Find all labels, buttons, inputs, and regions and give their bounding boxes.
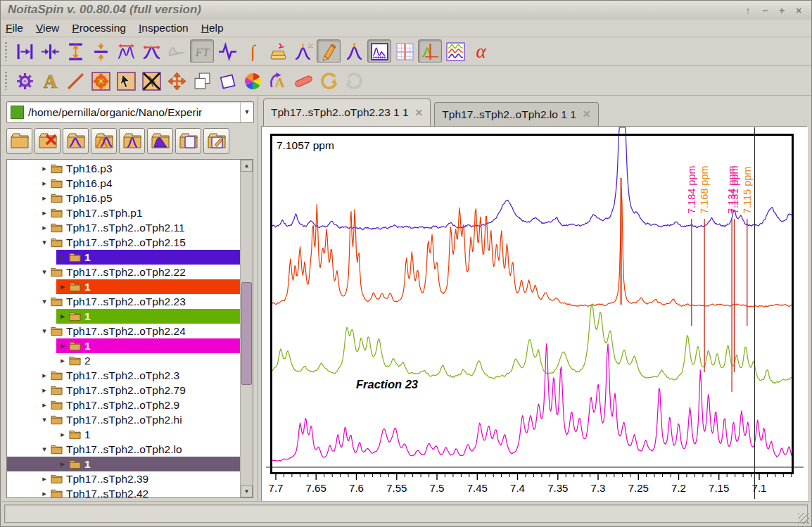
overlay-button[interactable] <box>418 39 442 63</box>
tree-item-tph17-stph2-otph2-3[interactable]: ▸Tph17..sTph2..oTph2.3 <box>7 368 240 383</box>
new-page-button[interactable] <box>175 128 201 154</box>
load-overlay-button[interactable] <box>91 128 117 154</box>
tree-item-1[interactable]: ▸1 <box>7 309 240 324</box>
tree-item-tph17-stph2-42[interactable]: ▸Tph17..sTph2.42 <box>7 486 240 497</box>
load-spectrum-button[interactable] <box>63 128 89 154</box>
shrink-horizontal-button[interactable] <box>38 39 62 63</box>
text-label-button[interactable]: A <box>38 69 62 93</box>
fourier-transform-button[interactable]: FT <box>190 39 214 63</box>
tree-item-tph17-stph-p1[interactable]: ▸Tph17..sTph.p1 <box>7 205 240 220</box>
maximize-button[interactable]: + <box>773 5 790 16</box>
expand-icon[interactable]: ▸ <box>39 179 49 188</box>
titlebar[interactable]: NoitaSpin v. 00.80.04 (full version) ↑−+… <box>1 1 811 20</box>
collapse-icon[interactable]: ▾ <box>39 267 49 277</box>
tab-1[interactable]: Tph17..sTph2..oTph2.23 1 1✕ <box>263 99 431 126</box>
deselect-tool-button[interactable] <box>139 69 163 93</box>
integral-button[interactable]: ∫ <box>241 39 265 63</box>
expand-icon[interactable]: ▸ <box>39 474 49 483</box>
peak-pick-button[interactable]: 10 <box>291 39 315 63</box>
close-icon[interactable]: ✕ <box>583 103 591 126</box>
eraser-button[interactable] <box>291 69 315 93</box>
menu-inspection[interactable]: Inspection <box>134 20 196 34</box>
expand-icon[interactable]: ▸ <box>58 430 68 439</box>
menu-processing[interactable]: Processing <box>67 20 134 34</box>
collapse-icon[interactable]: ▾ <box>39 326 49 336</box>
collapse-icon[interactable]: ▾ <box>39 238 49 247</box>
expand-icon[interactable]: ▸ <box>58 253 68 262</box>
path-combo[interactable]: /home/pernilla/organic/Nano/Experir ▼ <box>6 101 254 123</box>
dropdown-arrow-icon[interactable]: ▼ <box>240 102 253 122</box>
tree-item-2[interactable]: ▸2 <box>7 353 240 368</box>
color-wheel-button[interactable] <box>241 69 265 93</box>
tree-item-1[interactable]: ▸1 <box>7 338 240 353</box>
collapse-icon[interactable]: ▾ <box>39 297 49 306</box>
expand-icon[interactable]: ▸ <box>39 164 49 173</box>
toolbar-grip[interactable] <box>5 42 7 61</box>
rotate-text-button[interactable]: A <box>266 69 290 93</box>
minimize-button[interactable]: − <box>756 5 773 16</box>
expand-icon[interactable]: ▸ <box>58 312 68 321</box>
expand-icon[interactable]: ▸ <box>58 356 68 365</box>
collapse-icon[interactable]: ▾ <box>39 445 49 454</box>
expand-icon[interactable]: ▸ <box>39 371 49 380</box>
tree-item-tph17-stph2-otph2-22[interactable]: ▾Tph17..sTph2..oTph2.22 <box>7 265 240 279</box>
baseline-button[interactable] <box>266 39 290 63</box>
tree-item-tph17-stph2-otph2-24[interactable]: ▾Tph17..sTph2..oTph2.24 <box>7 324 240 338</box>
tree-item-tph17-stph2-otph2-9[interactable]: ▸Tph17..sTph2..oTph2.9 <box>7 398 240 412</box>
tree-item-tph16-p5[interactable]: ▸Tph16.p5 <box>7 191 240 205</box>
close-button[interactable]: × <box>790 5 807 16</box>
highlighter-button[interactable] <box>317 39 341 63</box>
tree-item-1[interactable]: ▸1 <box>7 427 240 442</box>
spectrum-plot[interactable]: 7.184 ppm7.168 ppm7.134 ppm7.131 ppm7.11… <box>262 127 808 502</box>
menu-view[interactable]: View <box>31 20 67 34</box>
tab-2[interactable]: Tph17..sTph2..oTph2.lo 1 1✕ <box>434 102 598 126</box>
expand-horizontal-button[interactable] <box>13 39 37 63</box>
close-icon[interactable]: ✕ <box>415 99 424 126</box>
tree-item-1[interactable]: ▸1 <box>7 457 240 471</box>
expand-icon[interactable]: ▸ <box>39 208 49 217</box>
scroll-down-icon[interactable]: ▼ <box>241 485 253 497</box>
alpha-button[interactable]: α <box>469 39 493 63</box>
zoom-region-button[interactable] <box>114 39 138 63</box>
tree-item-1[interactable]: ▸1 <box>7 279 240 294</box>
tree-scrollbar[interactable]: ▲ ▼ <box>240 160 253 497</box>
resize-grip-icon[interactable] <box>798 513 809 524</box>
tree-item-tph17-stph2-otph2-15[interactable]: ▾Tph17..sTph2..oTph2.15 <box>7 235 240 250</box>
toolbar-grip[interactable] <box>5 72 7 90</box>
stack-spectra-button[interactable] <box>443 39 467 63</box>
undo-button[interactable] <box>317 69 341 93</box>
peak-width-button[interactable] <box>139 39 163 63</box>
tree-item-tph16-p4[interactable]: ▸Tph16.p4 <box>7 176 240 191</box>
expand-icon[interactable]: ▸ <box>39 400 49 409</box>
expand-icon[interactable]: ▸ <box>39 386 49 395</box>
open-folder-button[interactable] <box>6 128 32 154</box>
load-peak-button[interactable] <box>119 128 145 154</box>
expand-icon[interactable]: ▸ <box>58 282 68 291</box>
remove-folder-button[interactable] <box>34 128 61 154</box>
settings-gear-button[interactable] <box>13 69 37 93</box>
expand-vertical-button[interactable] <box>63 39 87 63</box>
expand-icon[interactable]: ▸ <box>39 223 49 232</box>
expand-icon[interactable]: ▸ <box>58 341 68 350</box>
tree-item-tph17-stph2-otph2-lo[interactable]: ▾Tph17..sTph2..oTph2.lo <box>7 442 240 457</box>
scroll-up-icon[interactable]: ▲ <box>241 160 253 172</box>
move-tool-button[interactable] <box>165 69 189 93</box>
expand-icon[interactable]: ▸ <box>39 193 49 203</box>
copy-pages-button[interactable] <box>190 69 214 93</box>
collapse-icon[interactable]: ▾ <box>39 415 49 424</box>
tree-item-tph16-p3[interactable]: ▸Tph16.p3 <box>7 161 240 176</box>
edit-notes-button[interactable] <box>203 128 229 154</box>
tree-item-tph17-stph2-otph2-11[interactable]: ▸Tph17..sTph2..oTph2.11 <box>7 220 240 235</box>
flower-tool-button[interactable] <box>89 69 113 93</box>
expand-icon[interactable]: ▸ <box>58 459 68 469</box>
menu-help[interactable]: Help <box>196 20 231 34</box>
select-tool-button[interactable] <box>114 69 138 93</box>
tree-item-1[interactable]: ▸1 <box>7 250 240 265</box>
spectrum-window-button[interactable] <box>367 39 391 63</box>
rotate-page-button[interactable] <box>215 69 239 93</box>
grid-button[interactable] <box>393 39 417 63</box>
expand-icon[interactable]: ▸ <box>39 489 49 497</box>
scrollbar-thumb[interactable] <box>241 282 252 385</box>
load-filled-spectrum-button[interactable] <box>147 128 173 154</box>
tree-item-tph17-stph2-otph2-23[interactable]: ▾Tph17..sTph2..oTph2.23 <box>7 294 240 309</box>
